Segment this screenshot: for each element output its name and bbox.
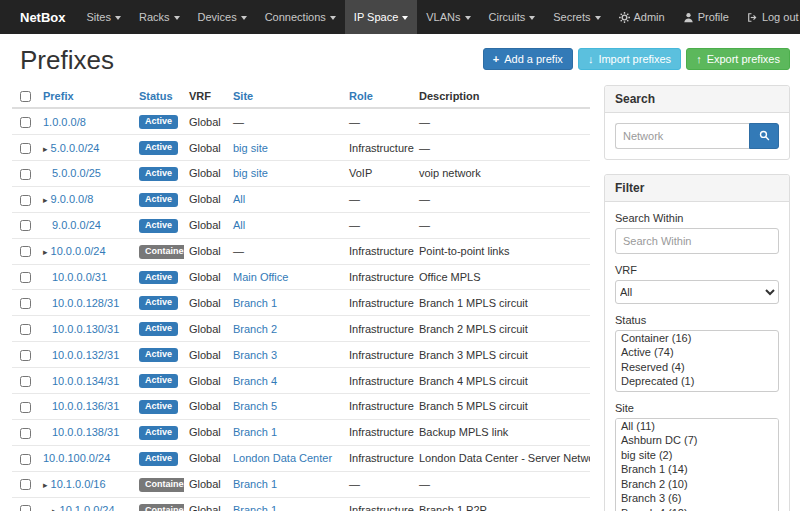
description-cell: — [414, 186, 590, 212]
search-button[interactable] [749, 123, 779, 149]
nav-item-log-out[interactable]: Log out [738, 0, 800, 34]
row-checkbox[interactable] [20, 220, 31, 231]
description-cell: Branch 1 MPLS circuit [414, 290, 590, 316]
prefix-link[interactable]: 5.0.0.0/24 [51, 142, 100, 154]
role-cell: Infrastructure [344, 497, 414, 511]
column-header-role[interactable]: Role [344, 85, 414, 109]
status-listbox[interactable]: Container (16)Active (74)Reserved (4)Dep… [615, 330, 779, 392]
site-link[interactable]: Branch 4 [233, 375, 277, 387]
filter-option[interactable]: Branch 2 (10) [616, 477, 778, 492]
search-input[interactable] [615, 123, 749, 149]
row-checkbox[interactable] [20, 479, 31, 490]
prefix-link[interactable]: 10.0.100.0/24 [43, 452, 110, 464]
nav-item-circuits[interactable]: Circuits [480, 0, 545, 34]
site-link[interactable]: Branch 1 [233, 297, 277, 309]
filter-option[interactable]: Branch 1 (14) [616, 462, 778, 477]
site-link[interactable]: Branch 3 [233, 349, 277, 361]
prefix-link[interactable]: 10.0.0.0/24 [51, 245, 106, 257]
row-checkbox[interactable] [20, 272, 31, 283]
row-checkbox[interactable] [20, 402, 31, 413]
nav-item-label: VLANs [426, 11, 460, 23]
nav-item-admin[interactable]: Admin [610, 0, 674, 34]
row-checkbox[interactable] [20, 454, 31, 465]
site-link[interactable]: big site [233, 142, 268, 154]
vrf-cell: Global [184, 238, 228, 264]
select-all-checkbox[interactable] [20, 91, 31, 102]
export-prefixes-button[interactable]: ↑Export prefixes [686, 48, 790, 70]
filter-option[interactable]: All (11) [616, 419, 778, 434]
prefix-link[interactable]: 1.0.0.0/8 [43, 116, 86, 128]
row-checkbox[interactable] [20, 195, 31, 206]
site-link[interactable]: London Data Center [233, 452, 332, 464]
app-logo[interactable]: NetBox [8, 0, 78, 34]
site-link[interactable]: Branch 1 [233, 478, 277, 490]
filter-option[interactable]: Ashburn DC (7) [616, 433, 778, 448]
row-checkbox[interactable] [20, 428, 31, 439]
prefix-link[interactable]: 10.0.0.128/31 [52, 297, 119, 309]
site-link[interactable]: Branch 1 [233, 504, 277, 511]
search-panel-title: Search [605, 86, 789, 113]
prefix-link[interactable]: 10.1.0.0/16 [51, 478, 106, 490]
prefix-link[interactable]: 10.0.0.134/31 [52, 375, 119, 387]
row-checkbox[interactable] [20, 376, 31, 387]
vrf-cell: Global [184, 497, 228, 511]
site-link[interactable]: Branch 5 [233, 400, 277, 412]
table-row: 9.0.0.0/24ActiveGlobalAll—— [12, 212, 590, 238]
prefix-link[interactable]: 9.0.0.0/8 [51, 193, 94, 205]
search-within-input[interactable] [615, 228, 779, 254]
row-checkbox[interactable] [20, 246, 31, 257]
prefix-link[interactable]: 10.1.0.0/24 [60, 504, 115, 511]
site-link[interactable]: Branch 2 [233, 323, 277, 335]
row-checkbox[interactable] [20, 505, 31, 511]
filter-option[interactable]: Reserved (4) [616, 360, 778, 375]
site-listbox[interactable]: All (11)Ashburn DC (7)big site (2)Branch… [615, 418, 779, 511]
row-checkbox[interactable] [20, 298, 31, 309]
description-cell: voip network [414, 160, 590, 186]
prefix-link[interactable]: 9.0.0.0/24 [52, 219, 101, 231]
filter-option[interactable]: Container (16) [616, 331, 778, 346]
import-icon: ↓ [588, 54, 594, 65]
row-checkbox[interactable] [20, 117, 31, 128]
site-link[interactable]: Branch 1 [233, 426, 277, 438]
nav-item-connections[interactable]: Connections [256, 0, 345, 34]
description-cell: Office MPLS [414, 264, 590, 290]
row-checkbox[interactable] [20, 350, 31, 361]
nav-item-devices[interactable]: Devices [189, 0, 256, 34]
column-header-site[interactable]: Site [228, 85, 344, 109]
prefix-link[interactable]: 10.0.0.138/31 [52, 426, 119, 438]
filter-option[interactable]: Active (74) [616, 345, 778, 360]
prefix-link[interactable]: 10.0.0.132/31 [52, 349, 119, 361]
column-header-status[interactable]: Status [134, 85, 184, 109]
prefix-link[interactable]: 10.0.0.0/31 [52, 271, 107, 283]
site-link[interactable]: big site [233, 167, 268, 179]
column-header-prefix[interactable]: Prefix [38, 85, 134, 109]
nav-item-profile[interactable]: Profile [674, 0, 738, 34]
nav-item-racks[interactable]: Racks [130, 0, 189, 34]
nav-item-vlans[interactable]: VLANs [417, 0, 479, 34]
import-prefixes-button[interactable]: ↓Import prefixes [578, 48, 681, 70]
expand-arrow-icon: ▸ [43, 247, 48, 257]
filter-option[interactable]: Branch 4 (12) [616, 506, 778, 511]
nav-item-sites[interactable]: Sites [78, 0, 130, 34]
site-link[interactable]: All [233, 193, 245, 205]
add-a-prefix-button[interactable]: +Add a prefix [483, 48, 573, 70]
prefix-table-container: Prefix Status VRF Site Role Description … [12, 85, 590, 511]
site-link[interactable]: Main Office [233, 271, 288, 283]
filter-option[interactable]: Deprecated (1) [616, 374, 778, 389]
prefix-link[interactable]: 10.0.0.130/31 [52, 323, 119, 335]
row-checkbox[interactable] [20, 169, 31, 180]
table-row: 10.0.0.136/31ActiveGlobalBranch 5Infrast… [12, 393, 590, 419]
row-checkbox[interactable] [20, 143, 31, 154]
description-cell: London Data Center - Server Network [414, 445, 590, 471]
prefix-link[interactable]: 10.0.0.136/31 [52, 400, 119, 412]
row-checkbox[interactable] [20, 324, 31, 335]
table-row: ▸10.0.0.0/24ContainerGlobal—Infrastructu… [12, 238, 590, 264]
filter-option[interactable]: big site (2) [616, 448, 778, 463]
site-link[interactable]: All [233, 219, 245, 231]
nav-item-secrets[interactable]: Secrets [544, 0, 609, 34]
nav-item-ip-space[interactable]: IP Space [345, 0, 417, 34]
prefix-link[interactable]: 5.0.0.0/25 [52, 167, 101, 179]
vrf-select[interactable]: All [615, 280, 779, 304]
button-label: Add a prefix [504, 53, 563, 65]
filter-option[interactable]: Branch 3 (6) [616, 491, 778, 506]
